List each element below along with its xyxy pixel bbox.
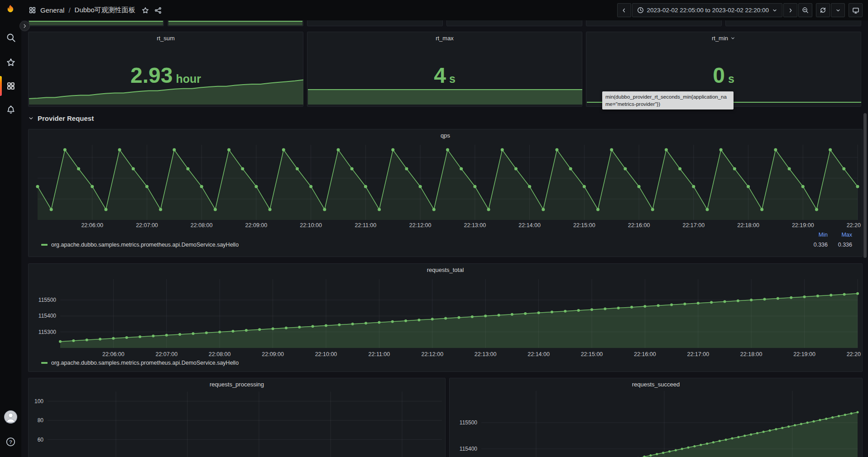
svg-text:100: 100: [34, 398, 43, 405]
sidebar: ?: [0, 0, 21, 457]
svg-text:22:15:00: 22:15:00: [581, 351, 603, 357]
breadcrumb: General / Dubbo可观测性面板: [29, 6, 135, 14]
dashboards-icon[interactable]: [0, 77, 21, 95]
requests-processing-chart[interactable]: 1008060: [32, 391, 446, 457]
chevron-down-icon: [772, 8, 777, 13]
time-shift-forward-button[interactable]: [783, 3, 797, 17]
panel-title[interactable]: requests_processing: [29, 381, 445, 388]
vertical-scrollbar[interactable]: [863, 113, 867, 258]
svg-text:115300: 115300: [38, 329, 56, 335]
svg-text:22:06:00: 22:06:00: [102, 351, 125, 357]
svg-text:22:10:00: 22:10:00: [315, 351, 337, 357]
cutoff-panel-5: [586, 20, 722, 26]
requests-succeed-chart[interactable]: 115500115400: [453, 391, 859, 457]
panel-title[interactable]: requests_succeed: [450, 381, 862, 388]
svg-text:22:12:00: 22:12:00: [409, 222, 432, 228]
panel-title[interactable]: rt_sum: [29, 35, 303, 42]
svg-text:22:08:00: 22:08:00: [191, 222, 213, 228]
share-dashboard-button[interactable]: [152, 4, 164, 17]
panel-title[interactable]: qps: [29, 132, 862, 139]
stat-sparkline: [29, 76, 303, 105]
series-max-value: 0.336: [828, 242, 852, 248]
panel-title[interactable]: rt_min: [586, 35, 861, 42]
svg-text:?: ?: [9, 438, 12, 444]
svg-text:22:09:00: 22:09:00: [262, 351, 284, 357]
legend-row: org.apache.dubbo.samples.metrics.prometh…: [41, 242, 852, 248]
svg-text:22:11:00: 22:11:00: [369, 351, 390, 357]
cutoff-panel-3: [307, 20, 443, 26]
legend-max-header[interactable]: Max: [828, 232, 852, 238]
dashboard-canvas: rt_sum 2.93 hour rt_max 4 s rt_min 0 s m…: [21, 20, 868, 457]
section-collapse-chevron-icon: [28, 115, 34, 121]
svg-text:115400: 115400: [460, 446, 477, 452]
favorites-star-icon[interactable]: [0, 53, 21, 71]
sidebar-expand-button[interactable]: [19, 21, 30, 31]
dashboard-grid-icon: [29, 6, 36, 14]
active-section-indicator: [0, 76, 2, 96]
series-color-swatch: [41, 362, 48, 364]
svg-text:22:13:00: 22:13:00: [464, 222, 486, 228]
svg-text:22:15:00: 22:15:00: [573, 222, 595, 228]
stat-value: 0 s: [586, 65, 861, 86]
query-tooltip: min(dubbo_provider_rt_seconds_min{applic…: [602, 91, 734, 109]
svg-text:80: 80: [38, 417, 44, 424]
requests-succeed-panel: requests_succeed 115500115400: [449, 378, 863, 457]
svg-text:22:07:00: 22:07:00: [136, 222, 158, 228]
svg-text:22:17:00: 22:17:00: [687, 351, 709, 357]
requests-total-chart[interactable]: 11550011540011530022:06:0022:07:0022:08:…: [30, 276, 861, 363]
favorite-dashboard-button[interactable]: [139, 4, 152, 17]
legend-min-header[interactable]: Min: [803, 232, 828, 238]
requests-total-panel: requests_total 11550011540011530022:06:0…: [28, 263, 863, 372]
panel-title[interactable]: rt_max: [307, 35, 582, 42]
stat-value: 4 s: [307, 65, 582, 86]
svg-text:115400: 115400: [38, 313, 56, 319]
refresh-button[interactable]: [816, 3, 830, 17]
svg-text:22:14:00: 22:14:00: [518, 222, 541, 228]
help-icon[interactable]: ?: [0, 433, 21, 451]
time-shift-back-button[interactable]: [617, 3, 631, 17]
svg-text:115500: 115500: [460, 419, 477, 426]
panel-title[interactable]: requests_total: [29, 267, 862, 273]
section-label: Provider Request: [38, 114, 94, 122]
series-label[interactable]: org.apache.dubbo.samples.metrics.prometh…: [51, 360, 239, 366]
series-min-value: 0.336: [803, 242, 828, 248]
svg-text:22:16:00: 22:16:00: [628, 222, 650, 228]
svg-text:22:06:00: 22:06:00: [81, 222, 103, 228]
grafana-logo-icon[interactable]: [5, 4, 16, 16]
legend-row: org.apache.dubbo.samples.metrics.prometh…: [41, 360, 852, 366]
svg-text:60: 60: [38, 437, 44, 443]
stat-sparkline: [308, 86, 582, 105]
cutoff-panel-6: [725, 20, 861, 26]
legend-header: Min Max: [803, 232, 852, 238]
refresh-interval-dropdown[interactable]: [831, 3, 845, 17]
stat-panel-rt-max: rt_max 4 s: [307, 32, 582, 107]
top-navigation-bar: General / Dubbo可观测性面板 2023-02-02 22:05:0…: [21, 0, 868, 20]
svg-text:22:10:00: 22:10:00: [300, 222, 322, 228]
svg-text:22:13:00: 22:13:00: [475, 351, 497, 357]
user-avatar[interactable]: [0, 408, 21, 426]
svg-text:22:16:00: 22:16:00: [634, 351, 656, 357]
cutoff-panel-2: [168, 20, 303, 26]
breadcrumb-section[interactable]: General: [40, 6, 64, 14]
section-provider-request[interactable]: Provider Request: [28, 111, 94, 125]
svg-text:115500: 115500: [38, 297, 56, 303]
qps-panel: qps 22:06:0022:07:0022:08:0022:09:0022:1…: [28, 129, 863, 257]
cutoff-panel-4: [446, 20, 582, 26]
series-color-swatch: [41, 244, 48, 246]
zoom-out-time-button[interactable]: [798, 3, 812, 17]
time-range-text: 2023-02-02 22:05:00 to 2023-02-02 22:20:…: [647, 7, 769, 14]
tv-mode-button[interactable]: [849, 3, 863, 17]
search-icon[interactable]: [0, 29, 21, 47]
svg-text:22:20:00: 22:20:00: [847, 351, 861, 357]
qps-chart[interactable]: 22:06:0022:07:0022:08:0022:09:0022:10:00…: [30, 142, 861, 233]
time-range-picker[interactable]: 2023-02-02 22:05:00 to 2023-02-02 22:20:…: [632, 3, 782, 17]
breadcrumb-separator: /: [68, 6, 70, 14]
svg-text:22:19:00: 22:19:00: [792, 222, 814, 228]
svg-text:22:18:00: 22:18:00: [740, 351, 762, 357]
series-label[interactable]: org.apache.dubbo.samples.metrics.prometh…: [51, 242, 239, 248]
svg-text:22:17:00: 22:17:00: [682, 222, 705, 228]
alerting-bell-icon[interactable]: [0, 100, 21, 119]
clock-icon: [637, 7, 644, 14]
panel-menu-chevron-icon[interactable]: [730, 36, 735, 41]
svg-text:22:19:00: 22:19:00: [793, 351, 815, 357]
